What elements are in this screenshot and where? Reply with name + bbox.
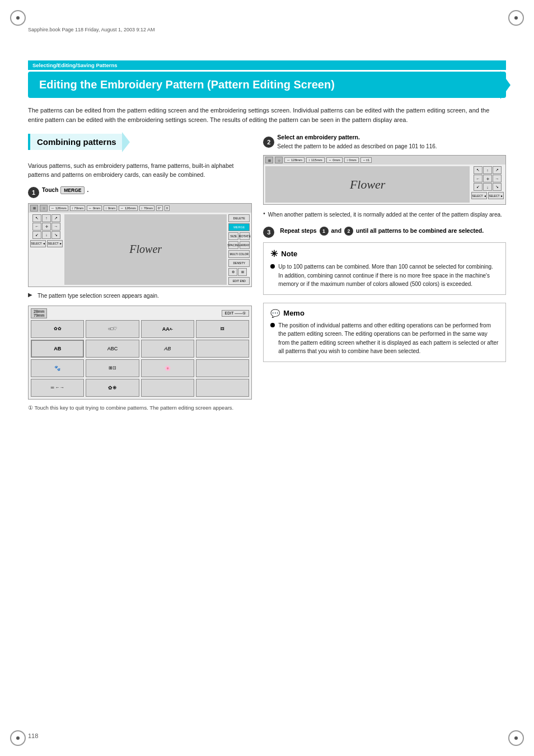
s3-nav-down[interactable]: ↓ — [483, 183, 492, 191]
pattern-tools[interactable]: ⊞⊡ — [86, 359, 139, 377]
screen1-icon1: ⊞ — [30, 205, 38, 212]
file-info: Sapphire.book Page 118 Friday, August 1,… — [28, 27, 155, 32]
nav-btn-up[interactable]: ↑ — [42, 214, 51, 222]
icon-btn-2[interactable]: ⊞ — [238, 268, 247, 276]
step1-row: 1 Touch MERGE . — [28, 186, 252, 199]
s3-nav-left[interactable]: ← — [474, 175, 483, 182]
pattern-row4-col1[interactable]: ═ ←→ — [31, 379, 84, 397]
nav-btn-br[interactable]: ↘ — [51, 231, 60, 239]
pattern-ab-italic[interactable]: AB — [141, 340, 194, 358]
screen2-edit-btn[interactable]: EDIT ——① — [222, 310, 250, 317]
step3-ref2: 2 — [344, 227, 353, 236]
screen1-dim2: ↕ 70mm — [70, 205, 85, 211]
breadcrumb: Selecting/Editing/Saving Patterns — [28, 60, 506, 70]
section-heading: Combining patterns — [28, 134, 123, 150]
screen3-select-row: SELECT ◄ SELECT ► — [471, 192, 504, 199]
note-box: ✳ Note Up to 100 patterns can be combine… — [263, 242, 506, 295]
screen2-toprow: 28mm79mm EDIT ——① — [31, 308, 249, 318]
pattern-aa-alphabet[interactable]: AAA- — [141, 320, 194, 338]
array-btn[interactable]: ARRAY — [240, 241, 250, 249]
screen1-main: ↖ ↑ ↗ ← ✛ → ↙ ↓ ↘ — [29, 213, 251, 287]
corner-mark-br — [508, 730, 524, 746]
screen2-grid: ✿✿ ○□♡ AAA- 🖼 AB ABC AB 🐾 ⊞⊡ 🌸 — [31, 320, 249, 397]
step2-row: 2 Select an embroidery pattern. Select t… — [263, 134, 506, 151]
corner-mark-tr — [508, 10, 524, 26]
density-btn[interactable]: DENSITY — [228, 259, 250, 267]
corner-mark-tl — [10, 10, 26, 26]
screen1-canvas: Flower — [64, 214, 227, 285]
screen1-icon2: ☆ — [40, 205, 48, 212]
combining-desc: Various patterns, such as embroidery pat… — [28, 161, 252, 180]
screen1-dim3: ↔ 0mm — [87, 205, 102, 211]
s3-nav-bl[interactable]: ↙ — [474, 183, 483, 191]
s3-nav-br[interactable]: ↘ — [493, 183, 502, 191]
nav-btn-center[interactable]: ✛ — [42, 223, 51, 231]
pattern-row4-col2[interactable]: ✿❋ — [86, 379, 139, 397]
step2-content: Select an embroidery pattern. Select the… — [277, 134, 437, 151]
left-column: Combining patterns Various patterns, suc… — [28, 134, 252, 412]
step1-footnote: ① Touch this key to quit trying to combi… — [28, 404, 252, 412]
screen3-dim3: ↔ 0mm — [326, 157, 343, 163]
nav-btn-bl[interactable]: ↙ — [32, 231, 41, 239]
note-bullet-dot — [270, 264, 275, 269]
nav-btn-down[interactable]: ↓ — [42, 231, 51, 239]
nav-btn-tl[interactable]: ↖ — [32, 214, 41, 222]
rotate-btn[interactable]: ROTATE — [240, 232, 250, 240]
pattern-abc[interactable]: ABC — [86, 340, 139, 358]
merge-button-label: MERGE — [60, 186, 85, 194]
screen3-dim4: ↕ 0mm — [344, 157, 359, 163]
screen3-dim2: ↕ 115mm — [306, 157, 325, 163]
step1-result-bullet: ▶ The pattern type selection screen appe… — [28, 292, 252, 300]
pattern-col3-row4 — [141, 379, 194, 397]
s3-nav-up[interactable]: ↑ — [483, 166, 492, 174]
pattern-ab-bold[interactable]: AB — [31, 340, 84, 358]
pattern-embroidery[interactable]: ✿✿ — [31, 320, 84, 338]
spacing-btn[interactable]: SPACING — [228, 241, 238, 249]
intro-text: The patterns can be edited from the patt… — [28, 106, 506, 125]
delete-btn[interactable]: DELETE — [228, 214, 250, 222]
pattern-flowers2[interactable]: 🌸 — [141, 359, 194, 377]
memo-box: 💬 Memo The position of individual patter… — [263, 303, 506, 362]
s3-nav-right[interactable]: → — [493, 175, 502, 182]
step2-bullet-text: When another pattern is selected, it is … — [268, 210, 502, 219]
memo-heading: 💬 Memo — [270, 309, 499, 318]
screen3-num: ↔±1 — [360, 157, 372, 163]
touch-period: . — [87, 187, 88, 193]
pattern-selection-screen-mockup: 28mm79mm EDIT ——① ✿✿ ○□♡ AAA- 🖼 AB ABC A… — [28, 306, 252, 400]
screen1-num: 0 — [165, 205, 170, 211]
s3-select-right[interactable]: SELECT ► — [488, 192, 504, 199]
screen3-mockup: ⊞ ☆ ↔ 128mm ↕ 115mm ↔ 0mm ↕ 0mm ↔±1 Flow… — [263, 155, 506, 205]
corner-mark-bl — [10, 730, 26, 746]
multi-color-btn[interactable]: MULTI COLOR — [228, 250, 250, 258]
spacing-array-row: SPACING ARRAY — [228, 241, 250, 249]
s3-select-left[interactable]: SELECT ◄ — [471, 192, 487, 199]
nav-btn-tr[interactable]: ↗ — [51, 214, 60, 222]
icon-btn-1[interactable]: ⚙ — [228, 268, 237, 276]
select-left-btn[interactable]: SELECT ◄ — [30, 240, 46, 247]
pattern-col4-row2 — [196, 340, 249, 358]
select-right-btn[interactable]: SELECT ► — [47, 240, 63, 247]
step2-desc: Select the pattern to be added as descri… — [277, 142, 437, 151]
pattern-animals[interactable]: 🐾 — [31, 359, 84, 377]
memo-bullet-dot — [270, 323, 275, 327]
s3-nav-tl[interactable]: ↖ — [474, 166, 483, 174]
size-btn[interactable]: SIZE — [228, 232, 238, 240]
screen3-main: Flower ↖ ↑ ↗ ← ✛ → ↙ ↓ ↘ — [264, 165, 505, 204]
memo-icon: 💬 — [270, 309, 280, 318]
nav-btn-left[interactable]: ← — [32, 223, 41, 231]
screen1-right-panel: DELETE MERGE SIZE ROTATE SPACING ARRAY M… — [228, 214, 250, 285]
note-heading-text: Note — [281, 250, 297, 258]
s3-nav-center[interactable]: ✛ — [483, 175, 492, 182]
screen3-topbar: ⊞ ☆ ↔ 128mm ↕ 115mm ↔ 0mm ↕ 0mm ↔±1 — [264, 156, 505, 165]
nav-btn-right[interactable]: → — [51, 223, 60, 231]
editing-screen-mockup: ⊞ ☆ ↔ 126mm ↕ 70mm ↔ 0mm ↕ 0mm ↔ 126mm ↕… — [28, 203, 252, 287]
s3-nav-tr[interactable]: ↗ — [493, 166, 502, 174]
bottom-icons-row: ⚙ ⊞ — [228, 268, 250, 276]
edit-end-btn[interactable]: EDIT END — [228, 277, 250, 285]
screen2-icon[interactable]: 🖼 — [196, 320, 249, 338]
memo-heading-text: Memo — [283, 309, 305, 317]
pattern-shapes[interactable]: ○□♡ — [86, 320, 139, 338]
merge-btn[interactable]: MERGE — [228, 223, 250, 231]
screen3-right-panel: ↖ ↑ ↗ ← ✛ → ↙ ↓ ↘ SELECT ◄ — [471, 166, 504, 203]
step2-bullet: • When another pattern is selected, it i… — [263, 210, 506, 219]
